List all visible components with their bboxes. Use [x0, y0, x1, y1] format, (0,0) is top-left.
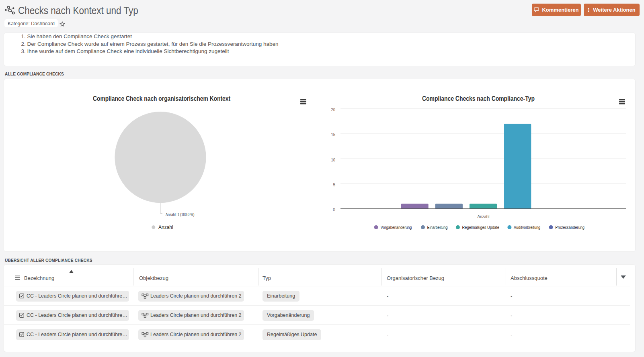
svg-text:15: 15	[331, 132, 335, 137]
svg-text:Anzahl: Anzahl	[478, 214, 490, 219]
svg-text:Anzahl: 1 (100.0 %): Anzahl: 1 (100.0 %)	[166, 212, 195, 217]
svg-text:Einarbeitung: Einarbeitung	[427, 225, 448, 230]
svg-text:10: 10	[331, 157, 335, 162]
svg-text:Prozessänderung: Prozessänderung	[555, 225, 585, 230]
svg-text:Compliance Check nach organisa: Compliance Check nach organisatorischem …	[93, 95, 230, 102]
svg-text:0: 0	[333, 207, 335, 212]
svg-text:Anzahl: Anzahl	[158, 224, 173, 230]
svg-text:5: 5	[333, 182, 335, 187]
svg-text:Vorgabenänderung: Vorgabenänderung	[381, 225, 412, 230]
svg-text:Regelmäßiges Update: Regelmäßiges Update	[462, 225, 500, 230]
svg-text:20: 20	[331, 107, 335, 112]
svg-text:Auditvorbreitung: Auditvorbreitung	[514, 225, 540, 230]
svg-text:Compliance Checks nach Complia: Compliance Checks nach Compliance-Typ	[422, 95, 535, 102]
